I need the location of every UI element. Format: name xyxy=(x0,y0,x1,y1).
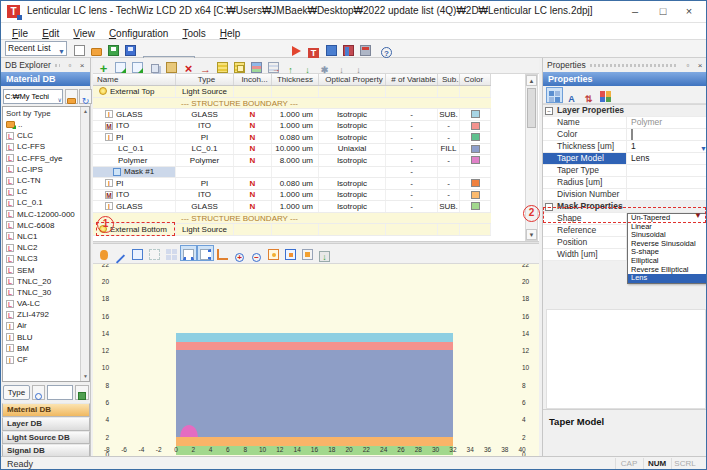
property-row-color[interactable]: Color xyxy=(543,129,707,141)
list-item[interactable]: LTNLC_30 xyxy=(3,287,89,298)
run-batch-button[interactable] xyxy=(305,41,322,57)
column-header-name[interactable]: Name xyxy=(93,74,176,85)
alphabetical-view-button[interactable] xyxy=(563,87,580,103)
import-stack-2-button[interactable] xyxy=(350,58,367,74)
collapse-icon[interactable]: − xyxy=(545,107,553,115)
layer-row[interactable]: MITOITON1.000 umIsotropic-- xyxy=(93,190,491,202)
column-header-sub[interactable]: Sub... xyxy=(438,74,460,85)
list-item[interactable]: LLC xyxy=(3,186,89,197)
close-icon[interactable]: × xyxy=(694,60,706,71)
list-item[interactable]: IBM xyxy=(3,343,89,354)
list-item[interactable]: ICF xyxy=(3,354,89,365)
layer-row[interactable]: PolymerPolymerN8.000 umIsotropic-- xyxy=(93,155,491,167)
dropdown-option[interactable]: Reverse Sinusoidal xyxy=(628,240,707,249)
list-item[interactable]: LVA-LC xyxy=(3,298,89,309)
db-tab-layer-db[interactable]: Layer DB xyxy=(2,417,90,431)
list-item[interactable]: IAir xyxy=(3,320,89,331)
list-item[interactable]: LNLC3 xyxy=(3,253,89,264)
property-row-taper-model[interactable]: Taper ModelLens xyxy=(543,153,707,165)
list-item[interactable]: .. xyxy=(3,119,89,130)
dropdown-option[interactable]: Elliptical xyxy=(628,257,707,266)
help-button[interactable] xyxy=(378,41,395,57)
column-header-thickness[interactable]: Thickness xyxy=(272,74,319,85)
close-button[interactable]: × xyxy=(676,1,702,22)
property-value[interactable]: 1▼ xyxy=(627,141,707,152)
structure-chart[interactable]: -8-6-4-202468101214161820222426283032343… xyxy=(93,264,539,456)
layer-row[interactable]: IPIPIN0.080 umIsotropic-- xyxy=(93,132,491,144)
apply-filter-button[interactable] xyxy=(75,385,89,400)
zoom-out-button[interactable] xyxy=(248,245,265,261)
pan-hand-button[interactable] xyxy=(95,245,112,261)
layer-row[interactable]: IPIPIN0.080 umIsotropic-- xyxy=(93,178,491,190)
dropdown-option[interactable]: Un-Tapered xyxy=(628,214,707,223)
material-list-scrollbar[interactable]: ▲ ▼ xyxy=(80,107,89,381)
grid-view-button[interactable] xyxy=(163,245,180,261)
delete-layer-button[interactable] xyxy=(180,58,197,74)
open-file-button[interactable] xyxy=(88,41,105,57)
dropdown-option[interactable]: Reverse Elliptical xyxy=(628,266,707,275)
settings-gear-button[interactable] xyxy=(597,87,614,103)
property-row-radius-um-[interactable]: Radius [um] xyxy=(543,177,707,189)
select-region-button[interactable] xyxy=(146,245,163,261)
column-header-color[interactable]: Color xyxy=(460,74,491,85)
zoom-in-button[interactable] xyxy=(231,245,248,261)
list-item[interactable]: LTNLC_20 xyxy=(3,276,89,287)
db-tab-material-db[interactable]: Material DB xyxy=(2,403,90,417)
move-layer-down-button[interactable] xyxy=(299,58,316,74)
column-header-incoh[interactable]: Incoh... xyxy=(234,74,272,85)
close-icon[interactable]: × xyxy=(76,60,88,71)
color-value-swatch[interactable] xyxy=(631,129,633,140)
insert-layer-above-button[interactable] xyxy=(112,58,129,74)
collapse-icon[interactable]: − xyxy=(545,203,553,211)
run-button[interactable] xyxy=(288,41,305,57)
move-layer-up-button[interactable] xyxy=(282,58,299,74)
pin-icon[interactable]: ▫ xyxy=(682,60,694,71)
list-item[interactable]: LSEM xyxy=(3,264,89,275)
property-row-taper-type[interactable]: Taper Type xyxy=(543,165,707,177)
export-image-button[interactable] xyxy=(316,245,333,261)
property-value[interactable]: Lens xyxy=(627,153,707,164)
layer-row[interactable]: IGLASSGLASSN1.000 umIsotropic-SUB. xyxy=(93,109,491,121)
refresh-button[interactable]: ↻ xyxy=(79,89,92,104)
column-header-type[interactable]: Type xyxy=(176,74,234,85)
list-item[interactable]: IBLU xyxy=(3,332,89,343)
stack-view-colored-button[interactable] xyxy=(248,58,265,74)
list-item[interactable]: LLC-FFS_dye xyxy=(3,153,89,164)
chevron-down-icon[interactable]: ▼ xyxy=(700,143,707,152)
scroll-up-icon[interactable]: ▲ xyxy=(526,75,537,86)
categorized-view-button[interactable] xyxy=(546,87,563,103)
list-item[interactable]: LMLC-12000-000 xyxy=(3,209,89,220)
property-row-name[interactable]: NamePolymer xyxy=(543,117,707,129)
save-all-button[interactable] xyxy=(122,41,139,57)
list-item[interactable]: LNLC1 xyxy=(3,231,89,242)
sort-properties-button[interactable] xyxy=(580,87,597,103)
external-row[interactable]: External BottomLight Source xyxy=(93,224,491,236)
merge-layers-button[interactable] xyxy=(316,58,333,74)
list-item[interactable]: LZLI-4792 xyxy=(3,309,89,320)
calculator-button[interactable] xyxy=(357,41,374,57)
import-stack-1-button[interactable] xyxy=(333,58,350,74)
copy-layer-button[interactable] xyxy=(146,58,163,74)
pin-icon[interactable]: ▫ xyxy=(64,60,76,71)
taper-model-dropdown-list[interactable]: Un-TaperedLinearSinusoidalReverse Sinuso… xyxy=(627,213,707,284)
stack-view-1-button[interactable] xyxy=(214,58,231,74)
dropdown-option[interactable]: Lens xyxy=(628,274,707,283)
filter-input[interactable] xyxy=(47,385,73,400)
list-item[interactable]: LLC-IPS xyxy=(3,164,89,175)
axis-corner-button[interactable] xyxy=(214,245,231,261)
dropdown-option[interactable]: S-shape xyxy=(628,248,707,257)
zoom-extents-button[interactable] xyxy=(265,245,282,261)
scroll-down-icon[interactable]: ▼ xyxy=(81,372,90,381)
scrollbar-thumb[interactable] xyxy=(527,88,536,128)
save-button[interactable] xyxy=(105,41,122,57)
recent-list-dropdown[interactable]: Recent List ▼ xyxy=(5,41,67,56)
toggle-x-axis-button[interactable] xyxy=(180,245,197,261)
list-item[interactable]: LCLC xyxy=(3,130,89,141)
measure-pencil-button[interactable] xyxy=(112,245,129,261)
dropdown-option[interactable]: Sinusoidal xyxy=(628,231,707,240)
stack-export-button[interactable] xyxy=(265,58,282,74)
external-row[interactable]: External TopLight Source xyxy=(93,86,491,98)
type-filter-button[interactable]: Type xyxy=(3,385,30,400)
paste-layer-button[interactable] xyxy=(163,58,180,74)
scroll-down-icon[interactable]: ▼ xyxy=(526,229,537,240)
